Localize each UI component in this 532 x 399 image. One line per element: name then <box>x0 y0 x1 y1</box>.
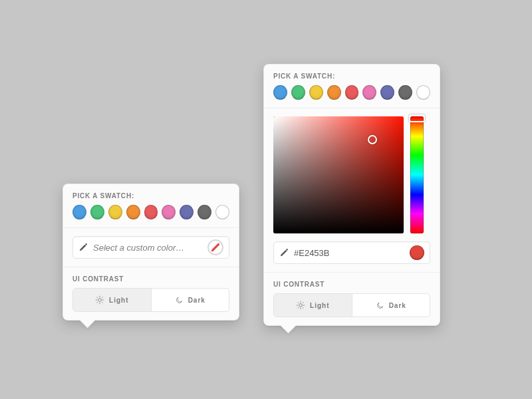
sv-cursor[interactable] <box>368 135 377 144</box>
color-popover-simple: Pick a swatch: Select a custom color… UI… <box>63 184 239 321</box>
color-preview-icon <box>410 245 424 260</box>
svg-point-0 <box>98 299 102 302</box>
swatch-row <box>72 205 229 219</box>
hue-slider[interactable] <box>410 116 424 233</box>
contrast-light-button[interactable]: Light <box>274 294 352 317</box>
pencil-icon <box>78 243 88 252</box>
contrast-dark-button[interactable]: Dark <box>151 289 229 311</box>
moon-icon <box>376 301 384 310</box>
swatch-purple[interactable] <box>180 205 194 219</box>
pencil-icon <box>279 248 289 257</box>
swatch-heading: Pick a swatch: <box>273 72 430 80</box>
swatch-pink[interactable] <box>162 205 176 219</box>
swatch-blue[interactable] <box>72 205 86 219</box>
swatch-gray[interactable] <box>198 205 211 219</box>
swatch-white[interactable] <box>215 205 229 219</box>
contrast-dark-button[interactable]: Dark <box>352 294 430 317</box>
contrast-heading: UI Contrast <box>273 281 430 288</box>
hex-value: #E2453B <box>294 248 410 258</box>
swatch-yellow[interactable] <box>309 85 323 100</box>
custom-color-placeholder: Select a custom color… <box>93 243 207 253</box>
contrast-light-button[interactable]: Light <box>73 289 151 311</box>
swatch-red[interactable] <box>345 85 359 100</box>
color-popover-expanded: Pick a swatch: #E24 <box>263 64 440 326</box>
swatch-orange[interactable] <box>327 85 341 100</box>
swatch-orange[interactable] <box>126 205 140 219</box>
swatch-blue[interactable] <box>273 85 287 100</box>
svg-point-1 <box>299 304 303 307</box>
contrast-heading: UI Contrast <box>72 275 229 283</box>
no-color-icon[interactable] <box>207 239 223 255</box>
contrast-light-label: Light <box>109 297 128 304</box>
sun-icon <box>95 295 104 305</box>
hue-thumb[interactable] <box>409 114 425 122</box>
swatch-yellow[interactable] <box>108 205 122 219</box>
swatch-row <box>273 85 430 100</box>
contrast-segmented: Light Dark <box>273 293 430 317</box>
swatch-white[interactable] <box>416 85 430 100</box>
contrast-segmented: Light Dark <box>72 288 229 312</box>
contrast-light-label: Light <box>310 302 329 309</box>
contrast-dark-label: Dark <box>389 302 406 309</box>
custom-color-field[interactable]: Select a custom color… <box>72 236 229 259</box>
swatch-red[interactable] <box>144 205 158 219</box>
sun-icon <box>296 301 305 310</box>
moon-icon <box>175 296 184 305</box>
swatch-gray[interactable] <box>398 85 412 100</box>
swatch-green[interactable] <box>90 205 104 219</box>
swatch-heading: Pick a swatch: <box>72 192 229 200</box>
saturation-value-area[interactable] <box>273 116 404 233</box>
swatch-purple[interactable] <box>380 85 394 100</box>
swatch-pink[interactable] <box>362 85 376 100</box>
hex-field[interactable]: #E2453B <box>273 241 430 264</box>
contrast-dark-label: Dark <box>188 297 205 304</box>
swatch-green[interactable] <box>291 85 305 100</box>
